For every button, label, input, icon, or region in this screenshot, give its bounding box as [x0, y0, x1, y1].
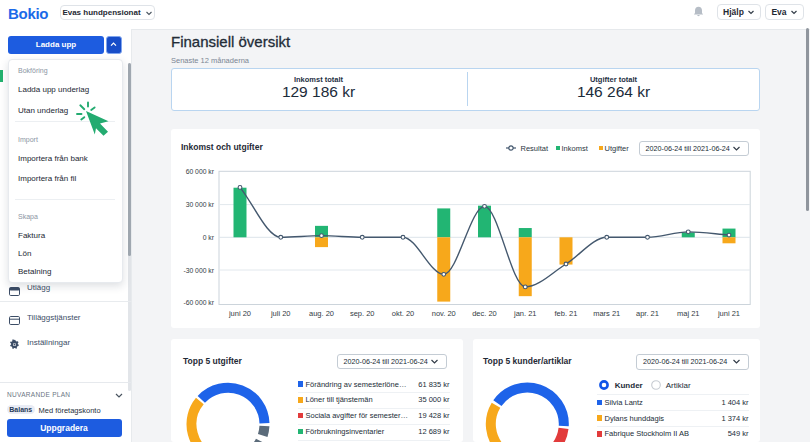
svg-text:-60 000 kr: -60 000 kr: [183, 299, 214, 306]
svg-text:juli 20: juli 20: [270, 309, 291, 318]
svg-text:jan. 21: jan. 21: [513, 309, 537, 318]
svg-text:0 kr: 0 kr: [203, 234, 215, 241]
svg-text:feb. 21: feb. 21: [555, 309, 578, 318]
svg-text:juni 21: juni 21: [717, 309, 740, 318]
svg-text:juni 20: juni 20: [228, 309, 251, 318]
svg-text:30 000 kr: 30 000 kr: [186, 201, 215, 208]
svg-text:aug. 20: aug. 20: [309, 309, 334, 318]
svg-text:mars 21: mars 21: [593, 309, 620, 318]
svg-text:okt. 20: okt. 20: [392, 309, 415, 318]
svg-text:sep. 20: sep. 20: [350, 309, 375, 318]
svg-text:-30 000 kr: -30 000 kr: [183, 267, 214, 274]
svg-text:60 000 kr: 60 000 kr: [186, 168, 215, 175]
svg-text:dec. 20: dec. 20: [472, 309, 497, 318]
svg-text:apr. 21: apr. 21: [636, 309, 659, 318]
svg-text:nov. 20: nov. 20: [432, 309, 456, 318]
svg-text:maj 21: maj 21: [677, 309, 700, 318]
